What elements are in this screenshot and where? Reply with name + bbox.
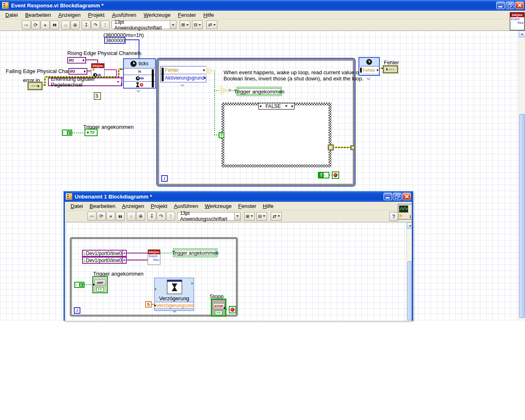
font-selector-caret-icon[interactable] bbox=[234, 212, 240, 220]
inner-reorder-button[interactable]: ⇄ bbox=[271, 212, 281, 221]
menu-werkzeuge[interactable]: Werkzeuge bbox=[140, 11, 174, 19]
scroll-up-icon[interactable] bbox=[407, 222, 413, 229]
scrollbar-thumb[interactable] bbox=[519, 114, 525, 318]
case-dropdown-icon[interactable] bbox=[285, 105, 288, 107]
inner-run-continuous-button[interactable]: ⟳ bbox=[97, 212, 106, 221]
inner-minimize-button[interactable] bbox=[383, 193, 392, 200]
inner-pause-button[interactable]: ▮▮ bbox=[116, 212, 125, 221]
inner-window[interactable]: Unbenannt 1 Blockdiagramm * Datei Bearbe… bbox=[64, 191, 413, 321]
run-continuous-button[interactable]: ⟳ bbox=[31, 21, 40, 30]
inner-block-diagram[interactable]: I0 Dev1/port0/line0 I0 Dev1/port0/line0 … bbox=[66, 222, 406, 321]
menu-ausfuehren[interactable]: Ausführen bbox=[108, 11, 140, 19]
error-in-cluster[interactable] bbox=[27, 82, 43, 90]
daqmx-event-res-palette-icon[interactable]: DAQmx Event Res bbox=[510, 12, 525, 30]
case-selector-tunnel[interactable]: ? bbox=[219, 132, 224, 138]
trigger-indicator[interactable]: Trigger angekommen bbox=[237, 87, 282, 96]
daqmx-event-res-node[interactable]: DAQmx Event Res bbox=[148, 249, 160, 265]
inner-menu-werkzeuge[interactable]: Werkzeuge bbox=[201, 202, 235, 210]
step-over-button[interactable]: ↷ bbox=[91, 21, 100, 30]
step-into-button[interactable]: ↧ bbox=[82, 21, 91, 30]
note-3-label[interactable]: 3. bbox=[94, 92, 101, 100]
inner-menu-projekt[interactable]: Projekt bbox=[147, 202, 170, 210]
fehler-out-label[interactable]: Fehler bbox=[384, 59, 399, 66]
inner-menu-fenster[interactable]: Fenster bbox=[235, 202, 260, 210]
comment-line2[interactable]: Boolean lines, invert those (a shut down… bbox=[224, 75, 363, 82]
step-out-button[interactable]: ↥ bbox=[100, 21, 110, 30]
channel-dropdown-icon[interactable] bbox=[122, 258, 126, 263]
timeout-constant[interactable]: 3600000 bbox=[104, 37, 126, 44]
inner-maximize-button[interactable] bbox=[393, 193, 402, 200]
inner-retain-wire-values-button[interactable]: ⊕ bbox=[136, 212, 145, 221]
stop-button-control[interactable]: STOP TF bbox=[211, 299, 226, 317]
inner-trigger-indicator[interactable]: Trigger angekommen bbox=[173, 249, 217, 257]
main-vertical-scrollbar[interactable] bbox=[518, 31, 525, 321]
delay-value-constant[interactable]: 5 bbox=[145, 301, 152, 308]
inner-false-constant[interactable]: F bbox=[74, 282, 84, 288]
menu-projekt[interactable]: Projekt bbox=[84, 11, 108, 19]
pause-button[interactable]: ▮▮ bbox=[50, 21, 59, 30]
inner-align-objects-button[interactable]: ⊞ bbox=[244, 212, 255, 221]
inner-font-selector[interactable]: 13pt Anwendungsschriftart bbox=[177, 212, 241, 221]
inner-step-into-button[interactable]: ↧ bbox=[147, 212, 156, 221]
case-next-icon[interactable] bbox=[292, 105, 293, 107]
trigger-local-variable[interactable]: TF bbox=[84, 129, 98, 136]
loop-left-data-node[interactable]: Fehler Aktivierungsgrund bbox=[160, 66, 206, 82]
edge-detection-enum[interactable]: Erkennung digitaler Pegelwechsel bbox=[48, 78, 122, 86]
delay-express-vi[interactable]: Verzögerung Verzögerungszeit bbox=[154, 278, 194, 311]
inner-context-help-button[interactable]: ? bbox=[389, 212, 398, 221]
channel-constant-2[interactable]: I0 Dev1/port0/line0 bbox=[82, 257, 127, 264]
rising-edge-label[interactable]: Rising Edge Physical Channels bbox=[67, 50, 142, 56]
inner-menu-hilfe[interactable]: Hilfe bbox=[260, 202, 277, 210]
highlight-execution-button[interactable]: ☼ bbox=[61, 21, 70, 30]
loop-stop-terminal[interactable] bbox=[332, 171, 339, 179]
error-out-indicator[interactable] bbox=[383, 65, 398, 73]
reorder-button[interactable]: ⇄ bbox=[206, 21, 217, 29]
iteration-terminal[interactable]: i bbox=[161, 175, 168, 182]
loop-tunnel[interactable] bbox=[350, 145, 355, 150]
inner-step-over-button[interactable]: ↷ bbox=[157, 212, 166, 221]
inner-abort-button[interactable]: ● bbox=[106, 212, 115, 221]
inner-menu-ausfuehren[interactable]: Ausführen bbox=[171, 202, 201, 210]
menu-anzeigen[interactable]: Anzeigen bbox=[55, 11, 84, 19]
channel-dropdown-icon[interactable] bbox=[122, 251, 126, 256]
falling-edge-io-control[interactable]: I/O bbox=[68, 68, 87, 75]
case-selector[interactable]: FALSE bbox=[258, 103, 294, 110]
abort-button[interactable]: ● bbox=[41, 21, 50, 30]
distribute-objects-button[interactable]: ⊟ bbox=[192, 21, 203, 29]
true-constant[interactable]: T bbox=[318, 172, 329, 178]
off-button[interactable]: OFF bbox=[94, 280, 106, 286]
font-selector[interactable]: 13pt Anwendungsschriftart bbox=[112, 21, 176, 29]
rising-edge-io-control[interactable]: I/O bbox=[67, 57, 86, 64]
case-structure[interactable] bbox=[221, 103, 331, 167]
comment-line1[interactable]: When event happens, wake up loop, read c… bbox=[224, 69, 360, 75]
timed-loop-input-node[interactable]: ticks ?! bbox=[123, 58, 156, 89]
inner-highlight-execution-button[interactable]: ☼ bbox=[127, 212, 136, 221]
inner-iteration-terminal[interactable]: i bbox=[74, 307, 80, 314]
inner-distribute-objects-button[interactable]: ⊟ bbox=[256, 212, 267, 221]
inner-window-titlebar[interactable]: Unbenannt 1 Blockdiagramm * bbox=[64, 191, 413, 202]
inner-vertical-scrollbar[interactable] bbox=[406, 222, 413, 321]
retain-wire-values-button[interactable]: ⊕ bbox=[71, 21, 80, 30]
expand-chevron-icon[interactable] bbox=[367, 76, 371, 80]
while-loop-stop-terminal[interactable] bbox=[229, 306, 236, 313]
timed-loop-output-node[interactable]: Fehler bbox=[358, 57, 380, 76]
case-output-tunnel[interactable] bbox=[328, 144, 334, 151]
case-prev-icon[interactable] bbox=[260, 105, 261, 107]
scrollbar-thumb[interactable] bbox=[407, 261, 413, 320]
minimize-button[interactable] bbox=[496, 2, 505, 9]
inner-menu-anzeigen[interactable]: Anzeigen bbox=[119, 202, 147, 210]
close-button[interactable] bbox=[515, 2, 524, 9]
menu-fenster[interactable]: Fenster bbox=[174, 11, 200, 19]
expand-chevron-icon[interactable] bbox=[137, 89, 141, 93]
main-window-titlebar[interactable]: Event Response.vi Blockdiagramm * bbox=[0, 0, 525, 11]
off-button-control[interactable]: OFF TF bbox=[92, 276, 108, 293]
stop-button[interactable]: STOP bbox=[213, 303, 225, 309]
restore-button[interactable] bbox=[506, 2, 514, 9]
inner-run-button[interactable]: ⇨ bbox=[87, 212, 96, 221]
false-constant[interactable]: F bbox=[62, 130, 72, 136]
menu-hilfe[interactable]: Hilfe bbox=[200, 11, 218, 19]
channel-constant-1[interactable]: I0 Dev1/port0/line0 bbox=[82, 250, 127, 257]
scroll-up-icon[interactable] bbox=[519, 31, 525, 37]
run-button[interactable]: ⇨ bbox=[22, 21, 31, 30]
inner-menu-bearbeiten[interactable]: Bearbeiten bbox=[86, 202, 119, 210]
